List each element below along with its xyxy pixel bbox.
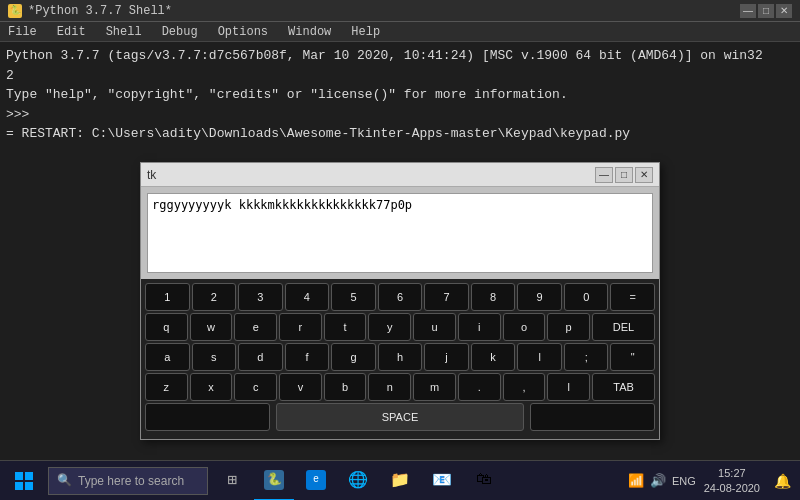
window-title: *Python 3.7.7 Shell* [28, 4, 172, 18]
shell-restart-line: = RESTART: C:\Users\adity\Downloads\Awes… [6, 124, 794, 144]
taskbar-app-edge[interactable]: e [296, 461, 336, 501]
tk-maximize[interactable]: □ [615, 167, 633, 183]
mail-icon: 📧 [432, 470, 452, 490]
key-h[interactable]: h [378, 343, 423, 371]
shell-line-1: Python 3.7.7 (tags/v3.7.7:d7c567b08f, Ma… [6, 46, 794, 66]
key-tab[interactable]: TAB [592, 373, 655, 401]
maximize-button[interactable]: □ [758, 4, 774, 18]
windows-logo [15, 472, 33, 490]
tk-window-controls: — □ ✕ [595, 167, 653, 183]
shell-line-3: Type "help", "copyright", "credits" or "… [6, 85, 794, 105]
key-p[interactable]: p [547, 313, 590, 341]
key-3[interactable]: 3 [238, 283, 283, 311]
key-c[interactable]: c [234, 373, 277, 401]
close-button[interactable]: ✕ [776, 4, 792, 18]
taskbar-app-store[interactable]: 🛍 [464, 461, 504, 501]
key-k[interactable]: k [471, 343, 516, 371]
menu-options[interactable]: Options [214, 25, 272, 39]
taskbar: 🔍 Type here to search ⊞ 🐍 e 🌐 📁 📧 [0, 460, 800, 500]
key-b[interactable]: b [324, 373, 367, 401]
taskbar-app-explorer[interactable]: 📁 [380, 461, 420, 501]
key-m[interactable]: m [413, 373, 456, 401]
minimize-button[interactable]: — [740, 4, 756, 18]
taskbar-app-chrome[interactable]: 🌐 [338, 461, 378, 501]
taskbar-app-python[interactable]: 🐍 [254, 461, 294, 501]
menu-window[interactable]: Window [284, 25, 335, 39]
key-6[interactable]: 6 [378, 283, 423, 311]
key-9[interactable]: 9 [517, 283, 562, 311]
taskbar-app-task-view[interactable]: ⊞ [212, 461, 252, 501]
menu-file[interactable]: File [4, 25, 41, 39]
menu-debug[interactable]: Debug [158, 25, 202, 39]
tray-network-icon: 📶 [628, 473, 644, 488]
key-l2[interactable]: l [547, 373, 590, 401]
key-w[interactable]: w [190, 313, 233, 341]
menu-edit[interactable]: Edit [53, 25, 90, 39]
menu-shell[interactable]: Shell [102, 25, 146, 39]
python-taskbar-icon: 🐍 [264, 470, 284, 490]
key-u[interactable]: u [413, 313, 456, 341]
key-5[interactable]: 5 [331, 283, 376, 311]
key-o[interactable]: o [503, 313, 546, 341]
menu-help[interactable]: Help [347, 25, 384, 39]
key-8[interactable]: 8 [471, 283, 516, 311]
key-1[interactable]: 1 [145, 283, 190, 311]
tk-text-display[interactable]: rggyyyyyyyk kkkkmkkkkkkkkkkkkkk77p0p [147, 193, 653, 273]
task-view-icon: ⊞ [222, 470, 242, 490]
space-left-pad [145, 403, 270, 431]
key-v[interactable]: v [279, 373, 322, 401]
key-q[interactable]: q [145, 313, 188, 341]
shell-output: Python 3.7.7 (tags/v3.7.7:d7c567b08f, Ma… [0, 42, 800, 152]
key-y[interactable]: y [368, 313, 411, 341]
key-quote[interactable]: " [610, 343, 655, 371]
key-del[interactable]: DEL [592, 313, 655, 341]
key-r[interactable]: r [279, 313, 322, 341]
key-row-qwerty: q w e r t y u i o p DEL [145, 313, 655, 341]
key-equals[interactable]: = [610, 283, 655, 311]
key-comma[interactable]: , [503, 373, 546, 401]
key-row-zxcv: z x c v b n m . , l TAB [145, 373, 655, 401]
key-n[interactable]: n [368, 373, 411, 401]
taskbar-app-mail[interactable]: 📧 [422, 461, 462, 501]
taskbar-clock[interactable]: 15:27 24-08-2020 [704, 466, 760, 495]
main-area: tk — □ ✕ rggyyyyyyyk kkkkmkkkkkkkkkkkkkk… [0, 152, 800, 470]
tk-close[interactable]: ✕ [635, 167, 653, 183]
key-l[interactable]: l [517, 343, 562, 371]
python-icon: 🐍 [8, 4, 22, 18]
key-a[interactable]: a [145, 343, 190, 371]
chrome-icon: 🌐 [348, 470, 368, 490]
key-f[interactable]: f [285, 343, 330, 371]
tk-minimize[interactable]: — [595, 167, 613, 183]
key-s[interactable]: s [192, 343, 237, 371]
taskbar-search-text: Type here to search [78, 474, 184, 488]
key-d[interactable]: d [238, 343, 283, 371]
key-semicolon[interactable]: ; [564, 343, 609, 371]
key-period[interactable]: . [458, 373, 501, 401]
key-t[interactable]: t [324, 313, 367, 341]
key-2[interactable]: 2 [192, 283, 237, 311]
start-button[interactable] [4, 461, 44, 501]
notification-icon: 🔔 [774, 473, 791, 489]
key-j[interactable]: j [424, 343, 469, 371]
key-i[interactable]: i [458, 313, 501, 341]
taskbar-right: 📶 🔊 ENG 15:27 24-08-2020 🔔 [628, 461, 796, 501]
key-e[interactable]: e [234, 313, 277, 341]
key-space[interactable]: SPACE [276, 403, 524, 431]
key-x[interactable]: x [190, 373, 233, 401]
keyboard: 1 2 3 4 5 6 7 8 9 0 = q w e r t y u [141, 279, 659, 439]
key-g[interactable]: g [331, 343, 376, 371]
taskbar-search-icon: 🔍 [57, 473, 72, 488]
key-4[interactable]: 4 [285, 283, 330, 311]
key-7[interactable]: 7 [424, 283, 469, 311]
tk-window: tk — □ ✕ rggyyyyyyyk kkkkmkkkkkkkkkkkkkk… [140, 162, 660, 440]
explorer-icon: 📁 [390, 470, 410, 490]
store-icon: 🛍 [474, 470, 494, 490]
key-row-space: SPACE [145, 403, 655, 431]
key-0[interactable]: 0 [564, 283, 609, 311]
title-bar: 🐍 *Python 3.7.7 Shell* — □ ✕ [0, 0, 800, 22]
title-bar-left: 🐍 *Python 3.7.7 Shell* [8, 4, 172, 18]
clock-date: 24-08-2020 [704, 481, 760, 495]
notification-button[interactable]: 🔔 [768, 461, 796, 501]
key-z[interactable]: z [145, 373, 188, 401]
taskbar-search[interactable]: 🔍 Type here to search [48, 467, 208, 495]
